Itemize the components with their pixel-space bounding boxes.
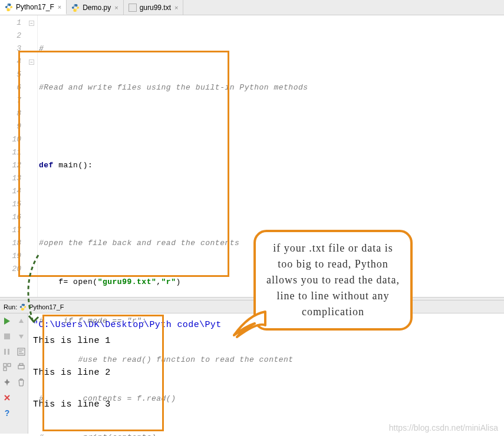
watermark: https://blog.csdn.net/miniAlisa <box>389 423 498 432</box>
svg-point-0 <box>8 4 8 5</box>
layout-button[interactable] <box>2 362 12 372</box>
stop-button[interactable] <box>2 331 12 342</box>
txt-file-icon <box>129 4 137 12</box>
close-icon[interactable]: × <box>114 4 118 11</box>
line-gutter: 1234567891011121314151617181920 <box>0 15 26 297</box>
run-label: Run: <box>4 303 17 311</box>
run-toolbar-primary: ? <box>0 313 14 434</box>
run-button[interactable] <box>2 316 12 326</box>
tab-label: guru99.txt <box>140 4 171 12</box>
svg-rect-11 <box>18 365 24 369</box>
svg-rect-9 <box>4 368 6 371</box>
tab-demo[interactable]: Demo.py × <box>67 0 123 15</box>
code-editor[interactable]: 1234567891011121314151617181920 − − # #R… <box>0 15 504 297</box>
tab-guru99[interactable]: guru99.txt × <box>124 0 184 15</box>
tab-python17[interactable]: Python17_F × <box>0 0 67 15</box>
svg-rect-8 <box>8 364 11 366</box>
close-icon[interactable]: × <box>174 4 178 11</box>
fold-icon[interactable]: − <box>29 60 34 65</box>
up-button[interactable] <box>16 316 27 326</box>
svg-point-2 <box>74 5 75 5</box>
annotation-callout: if your .txt file or data is too big to … <box>253 230 413 342</box>
editor-tabs: Python17_F × Demo.py × guru99.txt × <box>0 0 504 15</box>
svg-point-3 <box>76 9 77 10</box>
wrap-button[interactable] <box>16 346 27 357</box>
help-button[interactable]: ? <box>2 408 12 418</box>
run-toolbar-secondary <box>14 313 28 434</box>
svg-rect-12 <box>19 364 23 365</box>
close-icon[interactable]: × <box>58 4 61 11</box>
pause-button[interactable] <box>2 346 12 357</box>
python-icon <box>71 4 80 12</box>
svg-rect-4 <box>4 333 10 339</box>
callout-tail-icon <box>231 309 266 338</box>
pin-button[interactable] <box>2 377 12 388</box>
fold-gutter: − − <box>26 15 38 297</box>
python-icon <box>19 303 27 311</box>
python-icon <box>5 3 13 11</box>
callout-text: if your .txt file or data is too big to … <box>266 242 400 318</box>
svg-rect-5 <box>4 349 6 355</box>
fold-icon[interactable]: − <box>29 21 34 26</box>
svg-rect-6 <box>8 349 9 355</box>
trash-button[interactable] <box>16 377 27 388</box>
svg-point-1 <box>9 9 10 9</box>
close-button[interactable] <box>2 392 12 403</box>
tab-label: Demo.py <box>83 4 111 12</box>
print-button[interactable] <box>16 362 27 372</box>
svg-rect-7 <box>4 364 6 366</box>
tab-label: Python17_F <box>16 3 54 11</box>
down-button[interactable] <box>16 331 27 342</box>
